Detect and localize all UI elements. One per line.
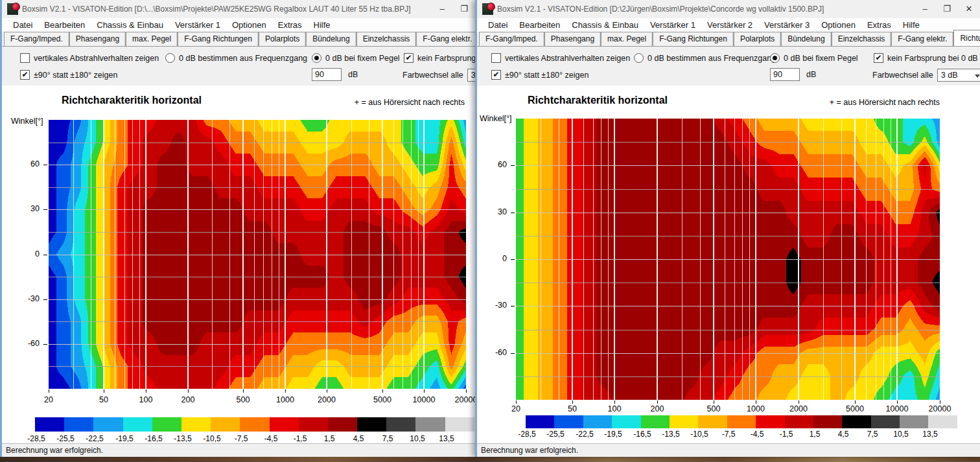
color-scale-bar [526,415,957,428]
color-scale-cell [386,417,415,432]
tab-max-pegel[interactable]: max. Pegel [126,32,178,46]
tab-f-gang-richtungen[interactable]: F-Gang Richtungen [653,32,734,46]
checkbox-box[interactable] [20,53,30,63]
close-button[interactable]: ✕ [958,1,980,17]
farbwechsel-group: Farbwechsel alle 3 dB [872,69,980,82]
tab-polarplots[interactable]: Polarplots [259,32,306,46]
menu-item-hilfe[interactable]: Hilfe [897,18,926,32]
tab-richtungsplots[interactable]: Richtungsplots [953,30,980,46]
checkbox-pm90[interactable]: ✔ ±90° statt ±180° zeigen [20,70,117,80]
titlebar[interactable]: Boxsim V2.1 - VISATON-Edition [D:\...\Bo… [2,0,475,18]
y-tick-label: -30 [481,301,507,310]
x-tick-label: 100 [599,404,630,413]
menu-item-verstärker-1[interactable]: Verstärker 1 [169,18,226,32]
y-tick-label: 60 [481,160,507,169]
radio-circle[interactable] [312,53,321,63]
x-tick-label: 500 [698,404,729,413]
tab-polarplots[interactable]: Polarplots [734,32,781,46]
radio-circle[interactable] [770,53,780,63]
radio-circle[interactable] [634,53,644,63]
menu-item-chassis-einbau[interactable]: Chassis & Einbau [91,18,169,32]
maximize-button[interactable]: ❐ [936,1,958,17]
menu-item-verstärker-2[interactable]: Verstärker 2 [701,18,758,32]
tab-f-gang-elektr[interactable]: F-Gang elektr. [416,32,475,46]
maximize-button[interactable]: ❐ [453,1,475,17]
color-scale-label: -13,5 [169,434,197,443]
titlebar[interactable]: Boxsim V2.1 - VISATON-Edition [D:\2Jürge… [477,0,980,18]
color-scale-cell [270,417,299,432]
tab-f-gang-imped[interactable]: F-Gang/Imped. [4,32,69,46]
directivity-heatmap [49,120,466,389]
x-tick-mark [285,389,286,393]
menu-item-optionen[interactable]: Optionen [226,18,272,32]
tab-phasengang[interactable]: Phasengang [544,32,601,46]
tab-f-gang-richtungen[interactable]: F-Gang Richtungen [178,32,259,46]
farbwechsel-select[interactable]: 3 dB [937,69,980,82]
checkbox-kein-farbsprung[interactable]: ✔ kein Farbsprung bei 0 dB [874,53,978,63]
menu-item-verstärker-1[interactable]: Verstärker 1 [644,18,701,32]
radio-0db-fixer-pegel[interactable]: 0 dB bei fixem Pegel [770,53,858,63]
app-icon [482,3,493,15]
checkbox-box[interactable] [491,53,501,63]
menu-item-chassis-einbau[interactable]: Chassis & Einbau [566,18,644,32]
color-scale-cell [35,417,64,432]
tab-f-gang-elektr[interactable]: F-Gang elektr. [891,32,953,46]
x-tick-label: 2000 [311,395,342,404]
color-scale-cell [785,415,813,428]
y-tick-label: 0 [481,254,507,263]
menu-item-optionen[interactable]: Optionen [815,18,861,32]
menu-item-extras[interactable]: Extras [272,18,308,32]
menu-item-datei[interactable]: Datei [7,18,38,32]
menu-item-bearbeiten[interactable]: Bearbeiten [513,18,566,32]
tab-bündelung[interactable]: Bündelung [781,32,831,46]
minimize-button[interactable]: – [914,1,936,17]
color-scale-label: 1,5 [800,430,829,439]
y-axis-label: Winkel[°] [11,117,43,126]
color-scale-label: 10,5 [403,434,432,443]
x-tick-mark [714,400,714,404]
x-tick-mark [466,389,467,393]
x-tick-label: 1000 [270,395,301,404]
menu-item-verstärker-3[interactable]: Verstärker 3 [758,18,815,32]
minimize-button[interactable]: – [431,1,453,17]
color-scale-cell [583,415,612,428]
farbwechsel-select[interactable]: 3 dB [467,69,475,82]
menu-item-bearbeiten[interactable]: Bearbeiten [38,18,91,32]
pegel-input[interactable] [312,68,342,81]
tab-max-pegel[interactable]: max. Pegel [601,32,653,46]
y-tick-mark [511,306,515,306]
color-scale-cell [554,415,583,428]
tab-einzelchassis[interactable]: Einzelchassis [356,32,417,46]
checkbox-pm90[interactable]: ✔ ±90° statt ±180° zeigen [491,70,589,80]
radio-circle[interactable] [165,53,175,63]
menu-item-extras[interactable]: Extras [861,18,897,32]
menu-item-datei[interactable]: Datei [482,18,513,32]
color-scale-cell [813,415,842,428]
checkbox-vertikales-abstrahlverhalten[interactable]: vertikales Abstrahlverhalten zeigen [20,53,159,63]
checkbox-box[interactable]: ✔ [874,53,883,63]
color-scale-label: -10,5 [685,430,714,439]
tab-f-gang-imped[interactable]: F-Gang/Imped. [479,32,544,46]
radio-0db-frequenzgang[interactable]: 0 dB bestimmen aus Frequenzgang [165,53,307,63]
menu-item-hilfe[interactable]: Hilfe [308,18,336,32]
color-scale-label: -1,5 [286,434,314,443]
checkbox-kein-farbsprung[interactable]: ✔ kein Farbsprung bei 0 dB [404,53,475,63]
radio-0db-fixer-pegel[interactable]: 0 dB bei fixem Pegel [312,53,400,63]
y-tick-label: 60 [14,159,40,168]
tab-bündelung[interactable]: Bündelung [306,32,356,46]
pegel-unit-label: dB [806,70,816,79]
window-left: Boxsim V2.1 - VISATON-Edition [D:\...\Bo… [0,0,475,457]
x-tick-mark [614,400,615,404]
checkbox-box[interactable]: ✔ [491,70,501,80]
color-scale-cell [900,415,928,428]
checkbox-box[interactable]: ✔ [20,70,30,80]
tab-phasengang[interactable]: Phasengang [69,32,126,46]
color-scale-cell [181,417,211,432]
pegel-input[interactable] [770,68,800,81]
color-scale-label: -7,5 [714,430,743,439]
radio-0db-frequenzgang[interactable]: 0 dB bestimmen aus Frequenzgang [634,53,776,63]
checkbox-box[interactable]: ✔ [404,53,414,63]
tab-einzelchassis[interactable]: Einzelchassis [832,32,892,46]
checkbox-vertikales-abstrahlverhalten[interactable]: vertikales Abstrahlverhalten zeigen [491,53,630,63]
color-scale-label: -4,5 [743,430,771,439]
